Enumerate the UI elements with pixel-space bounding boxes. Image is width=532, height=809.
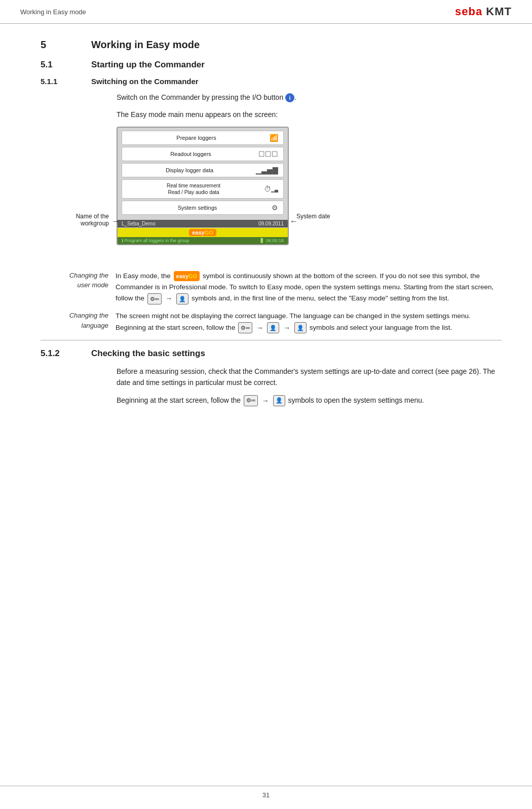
menu-item-display-logger: Display logger data ▁▃▅▇ xyxy=(122,163,284,177)
menu-item-realtime-icon: ⏱▁▃ xyxy=(264,185,278,193)
main-content: 5 Working in Easy mode 5.1 Starting up t… xyxy=(0,24,532,433)
menu-item-readout-loggers: Readout loggers ☐☐☐ xyxy=(122,147,284,161)
section-512-heading: 5.1.2 Checking the basic settings xyxy=(41,349,502,359)
screen-date: 09.09.2011 xyxy=(258,221,284,226)
changing-language-section: Changing the language The screen might n… xyxy=(41,311,502,333)
basic-settings-para-1: Before a measuring session, check that t… xyxy=(117,366,502,389)
menu-item-prepare-icon: 📶 xyxy=(270,134,278,142)
menu-item-system-settings: System settings ⚙ xyxy=(122,201,284,215)
menu-item-prepare-loggers: Prepare loggers 📶 xyxy=(122,131,284,145)
settings-icon-1: ⚙═ xyxy=(147,293,162,304)
section-5-num: 5 xyxy=(41,39,76,51)
screenshot-container: Name of theworkgroup → System date ← Pre… xyxy=(117,127,289,245)
arrow-1: → xyxy=(165,294,172,302)
arrow-4: → xyxy=(262,397,269,405)
person-icon-2: 👤 xyxy=(267,322,279,333)
section-51-num: 5.1 xyxy=(41,60,76,70)
changing-user-mode-content: In Easy mode, the easyGO symbol is conti… xyxy=(116,271,502,305)
person-icon-3: 👤 xyxy=(294,322,307,333)
arrow-2: → xyxy=(256,324,263,332)
device-screen: Prepare loggers 📶 Readout loggers ☐☐☐ Di… xyxy=(117,127,289,245)
page-footer: 31 xyxy=(0,786,532,799)
basic-settings-para-2: Beginning at the start screen, follow th… xyxy=(117,395,502,406)
logo-kmt: KMT xyxy=(486,5,512,18)
changing-user-mode-label: Changing theuser mode xyxy=(41,271,116,305)
arrow-workgroup: → xyxy=(111,217,120,226)
section-511-heading: 5.1.1 Switching on the Commander xyxy=(41,77,502,86)
annotation-system-date-text: System date xyxy=(296,213,330,220)
section-511-num: 5.1.1 xyxy=(41,77,76,86)
settings-icon-2: ⚙═ xyxy=(238,322,252,333)
menu-item-realtime: Real time measurementRead / Play audio d… xyxy=(122,179,284,199)
changing-user-mode-section: Changing theuser mode In Easy mode, the … xyxy=(41,271,502,305)
section-511-label: Switching on the Commander xyxy=(91,77,199,86)
page-header: Working in Easy mode seba KMT xyxy=(0,0,532,24)
io-button-icon: i xyxy=(285,93,294,102)
annotation-workgroup: Name of theworkgroup xyxy=(48,213,109,227)
screen-info-left: ℹ Program all loggers in the group xyxy=(122,238,189,243)
person-icon-4: 👤 xyxy=(273,395,285,406)
section-divider xyxy=(41,340,502,340)
person-icon-1: 👤 xyxy=(176,293,188,304)
changing-language-label: Changing the language xyxy=(41,311,116,333)
switch-on-para: Switch on the Commander by pressing the … xyxy=(117,92,502,103)
screen-info-right: 🔋 06:00:18 xyxy=(259,238,284,243)
easigo-label: easyGO xyxy=(189,229,216,236)
annotation-system-date: System date xyxy=(296,213,347,220)
settings-icon-3: ⚙═ xyxy=(244,395,258,406)
menu-item-display-text: Display logger data xyxy=(127,167,252,173)
arrow-system-date: ← xyxy=(290,217,298,226)
arrow-3: → xyxy=(283,324,290,332)
menu-item-display-icon: ▁▃▅▇ xyxy=(256,166,278,174)
section-5-label: Working in Easy mode xyxy=(91,39,200,51)
menu-item-realtime-text: Real time measurementRead / Play audio d… xyxy=(127,182,260,196)
easigo-inline-icon: easyGO xyxy=(174,271,200,281)
menu-item-system-icon: ⚙ xyxy=(272,204,278,212)
section-512-label: Checking the basic settings xyxy=(91,349,205,359)
logo: seba KMT xyxy=(455,5,512,18)
menu-item-system-text: System settings xyxy=(127,205,268,211)
menu-item-readout-text: Readout loggers xyxy=(127,151,254,157)
logo-seba: seba xyxy=(455,5,482,18)
screen-bottom-easigo: easyGO xyxy=(118,227,288,237)
page-number: 31 xyxy=(262,791,270,799)
easy-mode-appears-para: The Easy mode main menu appears on the s… xyxy=(117,109,502,120)
menu-item-readout-icon: ☐☐☐ xyxy=(258,150,278,158)
section-5-heading: 5 Working in Easy mode xyxy=(41,39,502,51)
section-512-num: 5.1.2 xyxy=(41,349,76,359)
section-51-heading: 5.1 Starting up the Commander xyxy=(41,60,502,70)
header-title: Working in Easy mode xyxy=(20,8,86,16)
section-51-label: Starting up the Commander xyxy=(91,60,205,70)
menu-item-prepare-text: Prepare loggers xyxy=(127,135,265,141)
screen-status-bar: L_Seba_Demo 09.09.2011 xyxy=(118,220,288,227)
screen-info-bar: ℹ Program all loggers in the group 🔋 06:… xyxy=(118,237,288,244)
changing-language-content: The screen might not be displaying the c… xyxy=(116,311,502,333)
annotation-workgroup-text: Name of theworkgroup xyxy=(76,213,109,227)
changing-language-label-text: Changing the language xyxy=(69,312,108,329)
screen-workgroup-name: L_Seba_Demo xyxy=(122,221,156,226)
screen-menu: Prepare loggers 📶 Readout loggers ☐☐☐ Di… xyxy=(118,128,288,220)
